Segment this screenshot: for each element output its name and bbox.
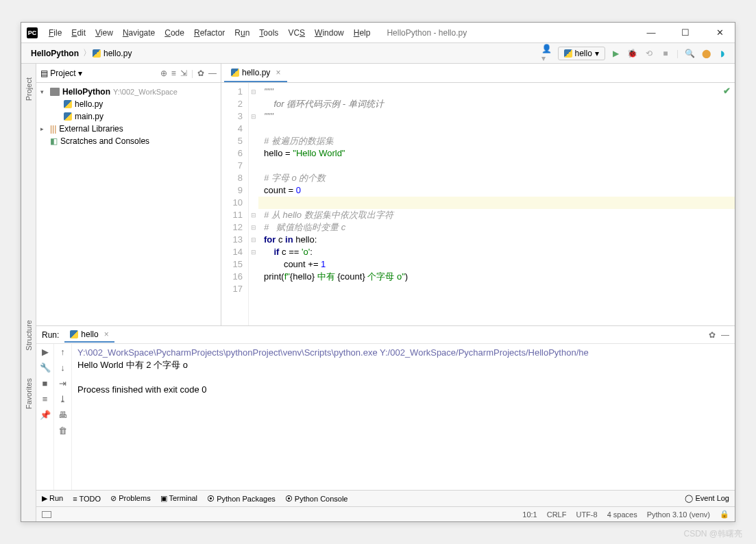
library-icon: ||| bbox=[50, 124, 56, 134]
run-header: Run: hello × ✿ — bbox=[36, 326, 735, 344]
run-config-selector[interactable]: hello ▾ bbox=[558, 47, 605, 60]
root-path: Y:\002_WorkSpace bbox=[113, 88, 178, 96]
ide-update-button[interactable]: ⬤ bbox=[700, 48, 711, 59]
line-separator[interactable]: CRLF bbox=[547, 510, 567, 519]
clear-icon[interactable]: 🗑 bbox=[58, 425, 67, 436]
app-icon: PC bbox=[27, 27, 38, 38]
editor-tab-hello[interactable]: hello.py × bbox=[224, 64, 287, 82]
python-file-icon bbox=[93, 49, 101, 58]
stop-icon[interactable]: ■ bbox=[42, 378, 48, 388]
pin-icon[interactable]: 📌 bbox=[40, 410, 51, 420]
code-lines[interactable]: """ for 循环代码示例 - 单词统计 """ # 被遍历的数据集 hell… bbox=[258, 83, 735, 325]
print-icon[interactable]: 🖶 bbox=[58, 410, 67, 420]
hide-run-icon[interactable]: — bbox=[721, 330, 729, 340]
python-icon bbox=[564, 49, 572, 58]
tree-scratches[interactable]: ◧ Scratches and Consoles bbox=[36, 135, 221, 147]
code-editor[interactable]: 1234567891011121314151617 ⊟ ⊟ ⊟⊟⊟⊟ """ f… bbox=[221, 83, 735, 325]
indent[interactable]: 4 spaces bbox=[607, 510, 637, 519]
menu-edit[interactable]: Edit bbox=[67, 27, 90, 39]
bottom-tab-run[interactable]: ▶ Run bbox=[42, 494, 63, 503]
status-widget-icon[interactable] bbox=[42, 511, 51, 518]
close-run-tab-icon[interactable]: × bbox=[104, 330, 109, 339]
gutter-project[interactable]: Project bbox=[25, 77, 33, 101]
interpreter[interactable]: Python 3.10 (venv) bbox=[647, 510, 710, 519]
expand-all-icon[interactable]: ≡ bbox=[171, 69, 176, 78]
gear-icon[interactable]: ✿ bbox=[709, 330, 716, 340]
event-log-button[interactable]: ◯ Event Log bbox=[685, 494, 729, 503]
bottom-tab-problems[interactable]: ⊘ Problems bbox=[110, 494, 151, 503]
gutter-favorites[interactable]: Favorites bbox=[25, 378, 33, 409]
tree-external-libs[interactable]: ▸ ||| External Libraries bbox=[36, 123, 221, 135]
menu-run[interactable]: Run bbox=[230, 27, 254, 39]
run-tab[interactable]: hello × bbox=[64, 327, 114, 343]
encoding[interactable]: UTF-8 bbox=[576, 510, 597, 519]
menu-refactor[interactable]: Refactor bbox=[190, 27, 229, 39]
menu-tools[interactable]: Tools bbox=[255, 27, 282, 39]
close-tab-icon[interactable]: × bbox=[276, 68, 280, 77]
main-menu: File Edit View Navigate Code Refactor Ru… bbox=[45, 27, 374, 39]
soft-wrap-icon[interactable]: ⇥ bbox=[59, 378, 66, 388]
status-bar: 10:1 CRLF UTF-8 4 spaces Python 3.10 (ve… bbox=[36, 506, 735, 521]
run-secondary-toolbar: ↑ ↓ ⇥ ⤓ 🖶 🗑 bbox=[54, 344, 72, 490]
close-button[interactable]: ✕ bbox=[710, 27, 729, 38]
search-button[interactable]: 🔍 bbox=[684, 48, 695, 59]
lock-icon[interactable]: 🔒 bbox=[720, 510, 729, 519]
menu-window[interactable]: Window bbox=[310, 27, 348, 39]
scroll-end-icon[interactable]: ⤓ bbox=[59, 394, 66, 404]
debug-button[interactable]: 🐞 bbox=[627, 48, 638, 59]
maximize-button[interactable]: ☐ bbox=[676, 27, 695, 38]
file-name: main.py bbox=[75, 112, 103, 121]
tree-root[interactable]: ▾ HelloPython Y:\002_WorkSpace bbox=[36, 86, 221, 98]
coverage-button[interactable]: ⟲ bbox=[644, 48, 655, 59]
run-title: Run: bbox=[42, 330, 59, 340]
run-tab-label: hello bbox=[81, 330, 98, 339]
menu-navigate[interactable]: Navigate bbox=[119, 27, 159, 39]
editor-tabs: hello.py × bbox=[221, 64, 735, 83]
gutter-structure[interactable]: Structure bbox=[25, 320, 33, 351]
up-arrow-icon[interactable]: ↑ bbox=[60, 347, 65, 357]
bottom-tab-packages[interactable]: ⦿ Python Packages bbox=[207, 495, 276, 503]
rerun-button[interactable]: ▶ bbox=[42, 347, 49, 357]
folder-icon bbox=[50, 88, 60, 96]
project-panel-title[interactable]: ▤ Project ▾ bbox=[40, 69, 82, 78]
project-tree: ▾ HelloPython Y:\002_WorkSpace hello.py … bbox=[36, 83, 221, 150]
exec-path: Y:\002_WorkSpace\PycharmProjects\pythonP… bbox=[77, 347, 589, 358]
select-opened-icon[interactable]: ⊕ bbox=[160, 69, 167, 78]
cursor-position[interactable]: 10:1 bbox=[522, 510, 537, 519]
menu-help[interactable]: Help bbox=[350, 27, 375, 39]
tree-file-hello[interactable]: hello.py bbox=[36, 98, 221, 110]
scratches-label: Scratches and Consoles bbox=[60, 136, 149, 146]
dropdown-arrow-icon: ▾ bbox=[595, 49, 599, 58]
run-tool-window: Run: hello × ✿ — ▶ 🔧 ■ ≡ 📌 bbox=[36, 325, 735, 490]
filter-icon[interactable]: ≡ bbox=[42, 394, 48, 404]
bottom-tool-tabs: ▶ Run ≡ TODO ⊘ Problems ▣ Terminal ⦿ Pyt… bbox=[36, 490, 735, 506]
menu-vcs[interactable]: VCS bbox=[284, 27, 309, 39]
console-output[interactable]: Y:\002_WorkSpace\PycharmProjects\pythonP… bbox=[72, 344, 735, 490]
stop-button[interactable]: ■ bbox=[660, 48, 671, 59]
user-icon[interactable]: 👤▾ bbox=[541, 48, 552, 59]
menu-view[interactable]: View bbox=[91, 27, 117, 39]
scratches-icon: ◧ bbox=[50, 136, 58, 146]
menu-code[interactable]: Code bbox=[160, 27, 188, 39]
root-name: HelloPython bbox=[62, 87, 110, 97]
tree-file-main[interactable]: main.py bbox=[36, 110, 221, 123]
collapse-all-icon[interactable]: ⇲ bbox=[180, 69, 187, 78]
bottom-tab-terminal[interactable]: ▣ Terminal bbox=[160, 494, 197, 503]
plugin-icon[interactable]: ◗ bbox=[717, 48, 728, 59]
editor-area: hello.py × 1234567891011121314151617 ⊟ ⊟… bbox=[221, 64, 735, 325]
wrench-icon[interactable]: 🔧 bbox=[40, 362, 51, 373]
fold-gutter: ⊟ ⊟ ⊟⊟⊟⊟ bbox=[249, 83, 258, 325]
hide-panel-icon[interactable]: — bbox=[208, 69, 217, 78]
chevron-right-icon: ▸ bbox=[40, 125, 47, 132]
menu-file[interactable]: File bbox=[45, 27, 66, 39]
breadcrumb-file[interactable]: hello.py bbox=[101, 47, 134, 60]
minimize-button[interactable]: — bbox=[642, 27, 661, 38]
gear-icon[interactable]: ✿ bbox=[197, 69, 204, 78]
bottom-tab-console[interactable]: ⦿ Python Console bbox=[285, 495, 348, 503]
breadcrumb-project[interactable]: HelloPython bbox=[28, 47, 82, 60]
inspection-ok-icon[interactable]: ✔ bbox=[723, 86, 731, 96]
python-icon bbox=[70, 330, 78, 338]
bottom-tab-todo[interactable]: ≡ TODO bbox=[73, 495, 101, 503]
run-button[interactable]: ▶ bbox=[611, 48, 622, 59]
down-arrow-icon[interactable]: ↓ bbox=[60, 362, 65, 373]
